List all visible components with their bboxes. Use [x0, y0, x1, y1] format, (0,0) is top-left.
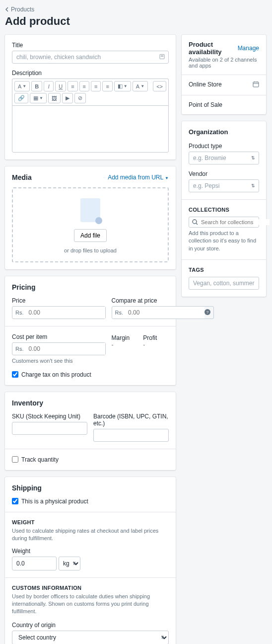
- track-quantity-label: Track quantity: [21, 456, 59, 463]
- organization-title: Organization: [189, 128, 259, 136]
- textcolor-button[interactable]: A ▼: [133, 81, 148, 91]
- tags-heading: TAGS: [189, 267, 259, 273]
- price-input[interactable]: [27, 307, 105, 319]
- tax-checkbox[interactable]: [12, 371, 18, 378]
- page-title: Add product: [5, 15, 267, 28]
- calendar-icon[interactable]: [253, 81, 259, 89]
- availability-title: Product availability: [189, 41, 238, 56]
- description-label: Description: [12, 70, 169, 77]
- sku-label: SKU (Stock Keeping Unit): [12, 413, 87, 420]
- compare-currency: Rs.: [112, 307, 127, 318]
- card-icon: [159, 54, 165, 61]
- clear-button[interactable]: ⊘: [74, 93, 86, 103]
- code-button[interactable]: <>: [153, 81, 166, 91]
- physical-checkbox[interactable]: [12, 498, 18, 504]
- availability-subtitle: Available on 2 of 2 channels and apps: [182, 57, 266, 75]
- media-title: Media: [12, 173, 32, 181]
- product-type-label: Product type: [189, 143, 259, 150]
- media-placeholder-icon: [80, 198, 100, 222]
- align-left-button[interactable]: ≡: [68, 81, 77, 91]
- align-center-button[interactable]: ≡: [79, 81, 89, 91]
- help-icon[interactable]: ?: [204, 309, 213, 317]
- link-button[interactable]: 🔗: [14, 93, 28, 103]
- weight-input[interactable]: [12, 557, 57, 570]
- cost-input[interactable]: [27, 343, 105, 355]
- price-currency: Rs.: [12, 307, 27, 318]
- video-button[interactable]: ▶: [62, 93, 73, 103]
- profit-value: -: [143, 341, 169, 348]
- shipping-title: Shipping: [12, 484, 169, 492]
- editor-toolbar: A ▼ B I U ≡ ≡ ≡ ≡ ◧ ▼ A ▼ <> 🔗: [12, 79, 169, 105]
- weight-heading: WEIGHT: [12, 519, 169, 525]
- vendor-label: Vendor: [189, 170, 259, 177]
- svg-rect-2: [161, 56, 164, 57]
- barcode-label: Barcode (ISBN, UPC, GTIN, etc.): [93, 413, 169, 427]
- compare-input[interactable]: [126, 307, 204, 319]
- align-right-button[interactable]: ≡: [91, 81, 101, 91]
- image-button[interactable]: 🖼: [48, 93, 61, 103]
- add-file-button[interactable]: Add file: [74, 229, 107, 242]
- inventory-title: Inventory: [12, 399, 169, 407]
- underline-button[interactable]: U: [55, 81, 66, 91]
- weight-help: Used to calculate shipping rates at chec…: [12, 527, 169, 543]
- italic-button[interactable]: I: [44, 81, 54, 91]
- bgcolor-button[interactable]: ◧ ▼: [114, 81, 131, 91]
- price-input-wrap: Rs.: [12, 306, 106, 319]
- compare-input-wrap: Rs. ?: [112, 306, 214, 319]
- vendor-input[interactable]: [189, 179, 259, 192]
- cost-input-wrap: Rs.: [12, 342, 106, 355]
- cost-help: Customers won't see this: [12, 357, 106, 365]
- description-editor[interactable]: [12, 105, 169, 153]
- svg-rect-7: [253, 82, 259, 87]
- title-label: Title: [12, 42, 169, 49]
- cost-label: Cost per item: [12, 333, 106, 340]
- collections-search-input[interactable]: [201, 219, 270, 225]
- bold-button[interactable]: B: [31, 81, 42, 91]
- media-dropzone[interactable]: Add file or drop files to upload: [12, 187, 169, 262]
- chevron-left-icon: [5, 7, 10, 12]
- customs-help: Used by border officers to calculate dut…: [12, 593, 169, 616]
- font-button[interactable]: A ▼: [14, 81, 30, 91]
- country-label: Country of origin: [12, 622, 169, 629]
- sku-input[interactable]: [12, 422, 87, 435]
- svg-rect-1: [161, 55, 164, 56]
- margin-value: -: [112, 341, 137, 348]
- cost-currency: Rs.: [12, 343, 27, 354]
- online-store-label: Online Store: [189, 81, 222, 89]
- track-quantity-checkbox[interactable]: [12, 456, 18, 463]
- country-select[interactable]: Select country: [12, 631, 169, 644]
- product-type-input[interactable]: [189, 152, 259, 164]
- table-button[interactable]: ▦ ▼: [30, 93, 47, 103]
- price-label: Price: [12, 297, 106, 304]
- svg-text:?: ?: [206, 310, 209, 315]
- customs-heading: CUSTOMS INFORMATION: [12, 585, 169, 591]
- dropzone-hint: or drop files to upload: [18, 247, 163, 254]
- title-input[interactable]: [12, 51, 169, 64]
- svg-line-12: [196, 223, 198, 225]
- physical-checkbox-label: This is a physical product: [21, 498, 88, 505]
- collections-help: Add this product to a collection so it's…: [189, 230, 259, 252]
- svg-point-11: [193, 220, 197, 224]
- tax-checkbox-label: Charge tax on this product: [21, 371, 91, 378]
- tags-input[interactable]: [189, 277, 259, 290]
- breadcrumb-back[interactable]: Products: [5, 6, 267, 13]
- pos-label: Point of Sale: [189, 101, 222, 108]
- margin-label: Margin: [112, 334, 137, 341]
- outdent-button[interactable]: ≡: [102, 81, 112, 91]
- pricing-title: Pricing: [12, 283, 169, 291]
- weight-unit-select[interactable]: kg: [59, 557, 80, 570]
- search-icon: [192, 219, 198, 225]
- add-media-url-link[interactable]: Add media from URL ▼: [108, 174, 169, 181]
- collections-heading: COLLECTIONS: [189, 207, 259, 213]
- manage-link[interactable]: Manage: [238, 45, 259, 52]
- profit-label: Profit: [143, 334, 169, 341]
- barcode-input[interactable]: [93, 429, 169, 442]
- weight-label: Weight: [12, 548, 169, 555]
- breadcrumb-label: Products: [11, 6, 34, 13]
